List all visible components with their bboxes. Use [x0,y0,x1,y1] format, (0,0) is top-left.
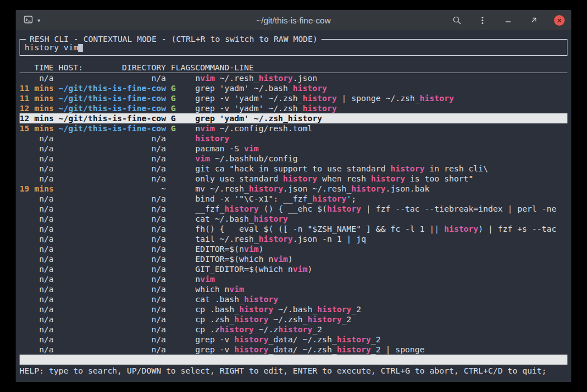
table-row[interactable]: n/a n/a cp .zhistory ~/.zhistory_2 [20,324,567,334]
command-text: n [195,124,200,133]
row-command: fh() { eval $( ([ -n "$ZSH_NAME" ] && fc… [195,224,567,234]
row-command: grep -v 'yadm' ~/.zsh_history | sponge ~… [195,93,567,103]
table-row[interactable]: n/a n/a cat .bash_history [20,294,567,304]
table-row[interactable]: n/a n/a cat ~/.bash_history [20,214,567,224]
command-text: n [195,275,200,284]
row-command: bind -x '"\C-x1": __fzf_history'; [195,194,567,204]
row-flags: G [171,83,196,93]
table-row[interactable]: n/a n/a fh() { eval $( ([ -n "$ZSH_NAME"… [20,224,567,234]
table-row[interactable]: 19 mins ~ mv ~/.resh_history.json ~/.res… [20,184,567,194]
table-row[interactable]: n/a n/a bind -x '"\C-x1": __fzf_history'… [20,194,567,204]
header-host: HOST: [59,63,83,73]
table-row[interactable]: n/a n/a grep -v history_data/ ~/.zsh_his… [20,334,567,345]
table-row[interactable]: n/a n/a tail ~/.resh_history.json -n 1 |… [20,234,567,244]
row-flags [171,345,196,355]
command-highlight: history [444,224,478,233]
minimize-button[interactable] [503,15,514,26]
table-row[interactable]: n/a n/a __fzf_history () { __ehc $(histo… [20,204,567,214]
row-time: n/a [20,304,54,314]
new-terminal-button[interactable] [22,15,34,26]
row-host-dir: n/a [59,345,166,355]
table-row[interactable]: n/a n/a nvim [20,274,567,284]
status-bar: 2020-05-11 12:01:51tower:~/git/this-is-f… [20,355,567,365]
command-text: tail ~/.resh_ [195,235,259,243]
command-highlight: history [239,305,273,314]
table-row[interactable]: 11 mins ~/git/this-is-fine-cow G grep 'y… [20,83,567,93]
table-row[interactable]: n/a n/a grep -v history_data/ ~/.zsh_his… [20,345,567,355]
row-command: cat .bash_history [195,294,567,304]
row-time: 12 mins [20,103,54,113]
row-command: grep -v 'yadm' ~/.zsh_history [195,103,567,113]
row-flags [171,284,196,294]
command-text: __fzf_ [195,204,224,213]
table-row[interactable]: n/a n/a cp .bash_history ~/.bash_history… [20,304,567,314]
row-host-dir: n/a [59,264,166,274]
row-command: grep 'yadm' ~/.zsh_history [195,113,567,123]
row-command: grep -v history_data/ ~/.zsh_history_2 [195,334,567,345]
restore-button[interactable] [528,15,539,26]
command-text: .json.bak [386,184,430,193]
row-host-dir: n/a [59,194,166,204]
command-text: ) [259,245,264,254]
row-time: n/a [20,324,54,334]
command-text: ~/.resh_ [215,74,259,83]
chevron-down-icon[interactable]: ▾ [37,17,40,23]
command-text: ~/.z [254,325,278,334]
table-row[interactable]: n/a n/a only use standard history when r… [20,174,567,184]
search-icon[interactable] [451,15,462,26]
row-host-dir: n/a [59,274,166,284]
table-row[interactable]: n/a n/a history [20,133,567,144]
command-text: _2 [313,325,322,334]
row-host-dir: n/a [59,224,166,234]
row-flags [171,294,196,304]
row-host-dir: n/a [59,133,166,144]
command-highlight: history [317,305,351,314]
table-row[interactable]: n/a n/a git ca "hack in support to use s… [20,164,567,174]
command-highlight: vim [244,245,259,254]
table-row[interactable]: n/a n/a vim ~/.bashhub/config [20,154,567,164]
table-row[interactable]: n/a n/a nvim ~/.resh_history.json [20,73,567,83]
row-host-dir: n/a [59,324,166,334]
table-row[interactable]: n/a n/a EDITOR=$(nvim) [20,244,567,254]
row-flags [171,334,196,345]
row-flags [171,133,196,144]
command-text: fh() { eval $( ([ -n "$ZSH_NAME" ] && fc… [195,224,444,233]
row-host-dir: n/a [59,284,166,294]
table-row[interactable]: n/a n/a cp .zsh_history ~/.zsh_history_2 [20,314,567,324]
table-row[interactable]: n/a n/a GIT_EDITOR=$(which nvim) [20,264,567,274]
command-highlight: history [259,74,293,83]
command-text: grep 'yadm' ~/.bash_ [195,84,293,93]
row-time: n/a [20,73,54,83]
command-text: ~/.config/resh.toml [215,124,313,133]
row-flags [171,304,196,314]
row-host-dir: ~/git/this-is-fine-cow [59,113,166,123]
row-time: n/a [20,254,54,264]
command-text: .json [293,74,318,83]
command-text: _data/ ~/.zsh_ [268,335,337,344]
row-host-dir: n/a [59,73,166,83]
table-row[interactable]: 11 mins ~/git/this-is-fine-cow G grep -v… [20,93,567,103]
table-row[interactable]: n/a n/a EDITOR=$(which nvim) [20,254,567,264]
row-time: 11 mins [20,93,54,103]
menu-icon[interactable] [477,15,488,26]
table-row[interactable]: n/a n/a pacman -S vim [20,144,567,154]
header-directory: DIRECTORY [122,63,166,73]
row-flags: G [171,113,196,123]
close-button[interactable]: × [554,15,565,26]
row-flags [171,204,196,214]
row-flags [171,314,196,324]
row-flags [171,194,196,204]
row-command: cat ~/.bash_history [195,214,567,224]
command-highlight: history [254,214,288,223]
table-row[interactable]: n/a n/a which nvim [20,284,567,294]
table-row[interactable]: 15 mins ~/git/this-is-fine-cow G nvim ~/… [20,123,567,133]
command-text: only use standard [195,174,283,183]
command-highlight: history [259,235,293,243]
table-row[interactable]: 12 mins ~/git/this-is-fine-cow G grep -v… [20,103,567,113]
row-time: n/a [20,164,54,174]
table-row[interactable]: 12 mins ~/git/this-is-fine-cow G grep 'y… [20,113,567,123]
help-line: HELP: type to search, UP/DOWN to select,… [20,366,567,376]
row-flags [171,144,196,154]
command-text: which n [195,285,229,294]
command-highlight: history [302,94,337,103]
